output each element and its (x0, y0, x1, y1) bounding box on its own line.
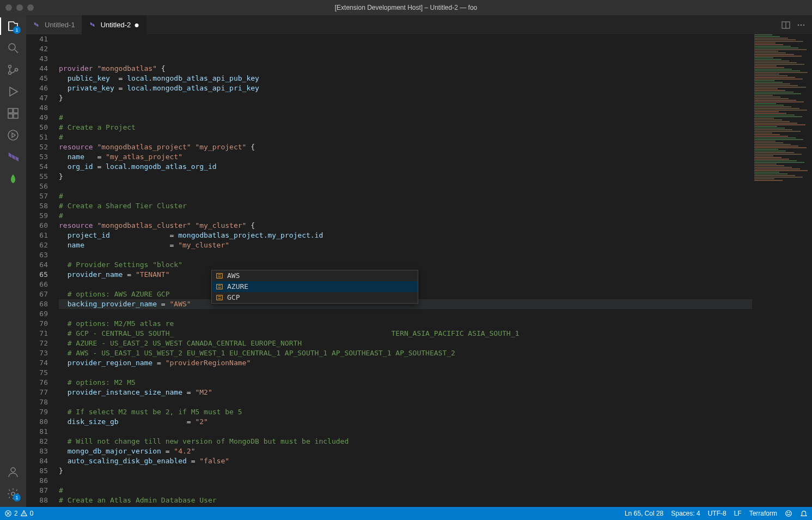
minimap[interactable] (752, 34, 812, 507)
code-line[interactable]: # (59, 486, 812, 495)
autocomplete-item-gcp[interactable]: GCP (212, 292, 418, 303)
code-line[interactable]: # GCP - CENTRAL_US SOUTH_ TERN_ASIA_PACI… (59, 329, 812, 338)
code-line[interactable]: resource "mongodbatlas_cluster" "my_clus… (59, 221, 812, 231)
code-line[interactable]: private_key = local.mongodb_atlas_api_pr… (59, 83, 812, 93)
extensions-icon[interactable] (7, 107, 20, 120)
line-number: 65 (26, 270, 48, 280)
code-line[interactable]: # Create a Shared Tier Cluster (59, 201, 812, 211)
encoding-setting[interactable]: UTF-8 (708, 510, 726, 517)
account-icon[interactable] (7, 465, 20, 479)
svg-rect-8 (14, 114, 18, 118)
autocomplete-item-aws[interactable]: AWS (212, 270, 418, 281)
code-line[interactable]: # AZURE - US_EAST_2 US_WEST CANADA_CENTR… (59, 338, 812, 348)
code-line[interactable] (59, 427, 812, 437)
code-line[interactable]: auto_scaling_disk_gb_enabled = "false" (59, 456, 812, 466)
code-line[interactable] (59, 476, 812, 486)
code-line[interactable]: disk_size_gb = "2" (59, 417, 812, 427)
close-window-button[interactable] (5, 4, 12, 11)
line-number: 70 (26, 319, 48, 329)
tab-untitled-1[interactable]: Untitled-1 (26, 15, 82, 34)
code-line[interactable]: # (59, 191, 812, 201)
terraform-icon (33, 21, 41, 29)
svg-point-10 (11, 468, 15, 472)
language-mode[interactable]: Terraform (749, 510, 777, 517)
autocomplete-popup[interactable]: AWSAZUREGCP (211, 270, 418, 304)
code-line[interactable]: # options: M2 M5 (59, 378, 812, 388)
code-line[interactable]: provider_name = "TENANT" (59, 270, 812, 280)
code-line[interactable]: provider_region_name = "providerRegionNa… (59, 358, 812, 368)
code-line[interactable]: name = "my_atlas_project" (59, 152, 812, 162)
code-content[interactable]: AWSAZUREGCP provider "mongodbatlas" { pu… (57, 34, 812, 507)
line-number: 61 (26, 231, 48, 240)
line-number-gutter: 4142434445464748495051525354555657585960… (26, 34, 57, 507)
eol-setting[interactable]: LF (734, 510, 742, 517)
code-line[interactable]: # AWS - US_EAST_1 US_WEST_2 EU_WEST_1 EU… (59, 348, 812, 358)
code-line[interactable] (59, 182, 812, 191)
code-line[interactable] (59, 397, 812, 407)
code-line[interactable]: # (59, 505, 812, 507)
line-number: 56 (26, 182, 48, 191)
svg-point-31 (787, 512, 788, 513)
code-line[interactable] (59, 103, 812, 113)
code-line[interactable]: # Create a Project (59, 123, 812, 132)
more-actions-icon[interactable] (797, 21, 805, 29)
code-line[interactable] (59, 309, 812, 319)
line-number: 60 (26, 221, 48, 231)
statusbar: 2 0 Ln 65, Col 28 Spaces: 4 UTF-8 LF Ter… (0, 507, 812, 520)
code-line[interactable]: # Create an Atlas Admin Database User (59, 495, 812, 505)
svg-rect-20 (217, 285, 223, 289)
line-number: 83 (26, 446, 48, 456)
code-line[interactable]: provider_instance_size_name = "M2" (59, 388, 812, 397)
notifications-icon[interactable] (800, 510, 808, 517)
code-line[interactable]: # Will not change till new version of Mo… (59, 437, 812, 446)
tab-label: Untitled-1 (45, 21, 75, 29)
search-icon[interactable] (7, 41, 20, 55)
indent-setting[interactable]: Spaces: 4 (671, 510, 700, 517)
mongodb-ext-icon[interactable] (7, 172, 20, 185)
code-line[interactable]: project_id = mongodbatlas_project.my_pro… (59, 231, 812, 240)
code-line[interactable]: mongo_db_major_version = "4.2" (59, 446, 812, 456)
code-line[interactable]: # (59, 211, 812, 221)
minimize-window-button[interactable] (16, 4, 23, 11)
settings-icon[interactable]: 1 (7, 487, 20, 500)
code-line[interactable]: name = "my_cluster" (59, 240, 812, 250)
code-line[interactable]: # options: AWS AZURE GCP (59, 289, 812, 299)
svg-rect-17 (217, 274, 223, 279)
line-number: 85 (26, 466, 48, 476)
problems-button[interactable]: 2 0 (4, 510, 33, 517)
maximize-window-button[interactable] (27, 4, 34, 11)
tab-untitled-2[interactable]: Untitled-2● (82, 15, 146, 34)
code-line[interactable]: # options: M2/M5 atlas re (59, 319, 812, 329)
terraform-ext-icon[interactable] (7, 150, 20, 164)
line-number: 50 (26, 123, 48, 132)
code-line[interactable]: } (59, 172, 812, 182)
line-number: 44 (26, 64, 48, 74)
code-line[interactable]: # Provider Settings "block" (59, 260, 812, 270)
code-editor[interactable]: 4142434445464748495051525354555657585960… (26, 34, 812, 507)
code-line[interactable]: } (59, 93, 812, 103)
cursor-position[interactable]: Ln 65, Col 28 (625, 510, 663, 517)
code-line[interactable]: resource "mongodbatlas_project" "my_proj… (59, 142, 812, 152)
source-control-icon[interactable] (7, 63, 20, 76)
main-area: 1 1 (0, 15, 812, 507)
code-line[interactable] (59, 280, 812, 289)
feedback-icon[interactable] (785, 510, 792, 517)
code-line[interactable]: # (59, 113, 812, 123)
modified-dot-icon: ● (134, 20, 139, 30)
run-debug-icon[interactable] (7, 85, 20, 98)
code-line[interactable]: backing_provider_name = "AWS" (59, 299, 812, 309)
split-editor-icon[interactable] (782, 21, 790, 29)
code-line[interactable]: } (59, 466, 812, 476)
code-line[interactable]: provider "mongodbatlas" { (59, 64, 812, 74)
explorer-icon[interactable]: 1 (7, 20, 20, 33)
code-line[interactable]: # If select M2 must be 2, if M5 must be … (59, 407, 812, 417)
code-line[interactable]: public_key = local.mongodb_atlas_api_pub… (59, 74, 812, 83)
code-line[interactable] (59, 368, 812, 378)
svg-point-15 (801, 24, 802, 26)
run-extension-icon[interactable] (7, 129, 20, 142)
code-line[interactable] (59, 250, 812, 260)
code-line[interactable]: # (59, 132, 812, 142)
svg-point-3 (9, 72, 11, 75)
code-line[interactable]: org_id = local.mongodb_atlas_org_id (59, 162, 812, 172)
autocomplete-item-azure[interactable]: AZURE (212, 281, 418, 292)
